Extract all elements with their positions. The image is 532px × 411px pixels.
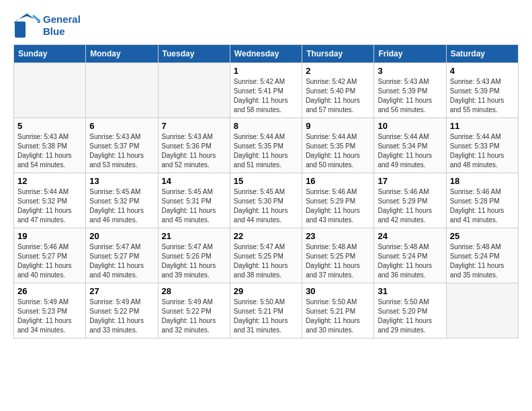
day-number: 1 [234, 66, 298, 76]
day-detail: Sunrise: 5:43 AMSunset: 5:39 PMDaylight:… [450, 77, 515, 115]
day-detail: Sunrise: 5:46 AMSunset: 5:27 PMDaylight:… [17, 242, 82, 280]
calendar-cell: 19Sunrise: 5:46 AMSunset: 5:27 PMDayligh… [14, 228, 86, 283]
calendar-cell: 20Sunrise: 5:47 AMSunset: 5:27 PMDayligh… [86, 228, 158, 283]
calendar-cell: 10Sunrise: 5:44 AMSunset: 5:34 PMDayligh… [374, 118, 446, 173]
day-number: 10 [378, 121, 442, 131]
day-detail: Sunrise: 5:50 AMSunset: 5:21 PMDaylight:… [234, 298, 298, 335]
calendar-cell: 15Sunrise: 5:45 AMSunset: 5:30 PMDayligh… [230, 173, 302, 228]
day-number: 30 [306, 286, 370, 296]
calendar-cell: 6Sunrise: 5:43 AMSunset: 5:37 PMDaylight… [86, 118, 158, 173]
day-number: 31 [378, 286, 442, 296]
day-number: 14 [162, 176, 226, 186]
calendar-body: 1Sunrise: 5:42 AMSunset: 5:41 PMDaylight… [14, 63, 519, 338]
day-detail: Sunrise: 5:45 AMSunset: 5:30 PMDaylight:… [234, 187, 298, 225]
day-detail: Sunrise: 5:47 AMSunset: 5:27 PMDaylight:… [89, 242, 154, 280]
day-number: 28 [162, 286, 226, 296]
day-detail: Sunrise: 5:49 AMSunset: 5:22 PMDaylight:… [162, 298, 226, 335]
calendar-week-3: 12Sunrise: 5:44 AMSunset: 5:32 PMDayligh… [14, 173, 519, 228]
day-detail: Sunrise: 5:44 AMSunset: 5:34 PMDaylight:… [378, 132, 442, 170]
day-number: 2 [306, 66, 370, 76]
day-number: 5 [17, 121, 82, 131]
svg-marker-2 [32, 15, 40, 23]
day-detail: Sunrise: 5:43 AMSunset: 5:37 PMDaylight:… [89, 132, 154, 170]
day-detail: Sunrise: 5:44 AMSunset: 5:35 PMDaylight:… [306, 132, 370, 170]
day-detail: Sunrise: 5:46 AMSunset: 5:29 PMDaylight:… [378, 187, 442, 225]
calendar-cell: 12Sunrise: 5:44 AMSunset: 5:32 PMDayligh… [14, 173, 86, 228]
day-detail: Sunrise: 5:43 AMSunset: 5:38 PMDaylight:… [17, 132, 82, 170]
day-detail: Sunrise: 5:45 AMSunset: 5:32 PMDaylight:… [89, 187, 154, 225]
page-container: GeneralBlue SundayMondayTuesdayWednesday… [13, 13, 519, 338]
day-detail: Sunrise: 5:43 AMSunset: 5:39 PMDaylight:… [378, 77, 442, 115]
day-number: 8 [234, 121, 298, 131]
calendar-cell: 9Sunrise: 5:44 AMSunset: 5:35 PMDaylight… [302, 118, 374, 173]
day-detail: Sunrise: 5:46 AMSunset: 5:29 PMDaylight:… [306, 187, 370, 225]
header: GeneralBlue [13, 13, 519, 38]
calendar-cell: 11Sunrise: 5:44 AMSunset: 5:33 PMDayligh… [446, 118, 518, 173]
calendar-cell: 27Sunrise: 5:49 AMSunset: 5:22 PMDayligh… [86, 283, 158, 338]
calendar-cell: 8Sunrise: 5:44 AMSunset: 5:35 PMDaylight… [230, 118, 302, 173]
day-number: 25 [450, 231, 515, 241]
weekday-row: SundayMondayTuesdayWednesdayThursdayFrid… [14, 45, 519, 63]
weekday-header-thursday: Thursday [302, 45, 374, 63]
day-detail: Sunrise: 5:42 AMSunset: 5:40 PMDaylight:… [306, 77, 370, 115]
calendar-header: SundayMondayTuesdayWednesdayThursdayFrid… [14, 45, 519, 63]
calendar-cell: 2Sunrise: 5:42 AMSunset: 5:40 PMDaylight… [302, 63, 374, 118]
calendar-cell: 17Sunrise: 5:46 AMSunset: 5:29 PMDayligh… [374, 173, 446, 228]
calendar-week-5: 26Sunrise: 5:49 AMSunset: 5:23 PMDayligh… [14, 283, 519, 338]
day-number: 18 [450, 176, 515, 186]
day-number: 4 [450, 66, 515, 76]
calendar-cell [446, 283, 518, 338]
calendar-cell: 24Sunrise: 5:48 AMSunset: 5:24 PMDayligh… [374, 228, 446, 283]
day-number: 11 [450, 121, 515, 131]
day-detail: Sunrise: 5:48 AMSunset: 5:25 PMDaylight:… [306, 242, 370, 280]
calendar-cell: 5Sunrise: 5:43 AMSunset: 5:38 PMDaylight… [14, 118, 86, 173]
calendar-cell: 29Sunrise: 5:50 AMSunset: 5:21 PMDayligh… [230, 283, 302, 338]
day-detail: Sunrise: 5:48 AMSunset: 5:24 PMDaylight:… [378, 242, 442, 280]
day-number: 19 [17, 231, 82, 241]
weekday-header-wednesday: Wednesday [230, 45, 302, 63]
day-detail: Sunrise: 5:50 AMSunset: 5:20 PMDaylight:… [378, 298, 442, 335]
day-number: 6 [89, 121, 154, 131]
day-detail: Sunrise: 5:48 AMSunset: 5:24 PMDaylight:… [450, 242, 515, 280]
calendar-cell: 4Sunrise: 5:43 AMSunset: 5:39 PMDaylight… [446, 63, 518, 118]
logo-text: GeneralBlue [43, 13, 81, 38]
calendar-table: SundayMondayTuesdayWednesdayThursdayFrid… [13, 44, 519, 338]
calendar-cell [86, 63, 158, 118]
day-detail: Sunrise: 5:44 AMSunset: 5:32 PMDaylight:… [17, 187, 82, 225]
day-detail: Sunrise: 5:49 AMSunset: 5:23 PMDaylight:… [17, 298, 82, 335]
calendar-cell [158, 63, 230, 118]
calendar-cell: 31Sunrise: 5:50 AMSunset: 5:20 PMDayligh… [374, 283, 446, 338]
day-number: 29 [234, 286, 298, 296]
weekday-header-monday: Monday [86, 45, 158, 63]
day-number: 22 [234, 231, 298, 241]
calendar-week-4: 19Sunrise: 5:46 AMSunset: 5:27 PMDayligh… [14, 228, 519, 283]
day-detail: Sunrise: 5:50 AMSunset: 5:21 PMDaylight:… [306, 298, 370, 335]
calendar-cell: 25Sunrise: 5:48 AMSunset: 5:24 PMDayligh… [446, 228, 518, 283]
calendar-week-1: 1Sunrise: 5:42 AMSunset: 5:41 PMDaylight… [14, 63, 519, 118]
calendar-cell: 22Sunrise: 5:47 AMSunset: 5:25 PMDayligh… [230, 228, 302, 283]
day-number: 12 [17, 176, 82, 186]
calendar-cell: 13Sunrise: 5:45 AMSunset: 5:32 PMDayligh… [86, 173, 158, 228]
day-number: 21 [162, 231, 226, 241]
day-detail: Sunrise: 5:43 AMSunset: 5:36 PMDaylight:… [162, 132, 226, 170]
weekday-header-sunday: Sunday [14, 45, 86, 63]
calendar-cell: 28Sunrise: 5:49 AMSunset: 5:22 PMDayligh… [158, 283, 230, 338]
day-number: 9 [306, 121, 370, 131]
calendar-cell: 30Sunrise: 5:50 AMSunset: 5:21 PMDayligh… [302, 283, 374, 338]
day-detail: Sunrise: 5:47 AMSunset: 5:26 PMDaylight:… [162, 242, 226, 280]
day-number: 27 [89, 286, 154, 296]
day-number: 26 [17, 286, 82, 296]
day-number: 16 [306, 176, 370, 186]
calendar-cell: 3Sunrise: 5:43 AMSunset: 5:39 PMDaylight… [374, 63, 446, 118]
day-number: 23 [306, 231, 370, 241]
calendar-cell: 21Sunrise: 5:47 AMSunset: 5:26 PMDayligh… [158, 228, 230, 283]
day-detail: Sunrise: 5:44 AMSunset: 5:35 PMDaylight:… [234, 132, 298, 170]
day-number: 24 [378, 231, 442, 241]
day-number: 13 [89, 176, 154, 186]
day-number: 7 [162, 121, 226, 131]
logo-icon [13, 13, 40, 38]
calendar-cell: 14Sunrise: 5:45 AMSunset: 5:31 PMDayligh… [158, 173, 230, 228]
day-number: 20 [89, 231, 154, 241]
day-detail: Sunrise: 5:46 AMSunset: 5:28 PMDaylight:… [450, 187, 515, 225]
calendar-cell: 18Sunrise: 5:46 AMSunset: 5:28 PMDayligh… [446, 173, 518, 228]
